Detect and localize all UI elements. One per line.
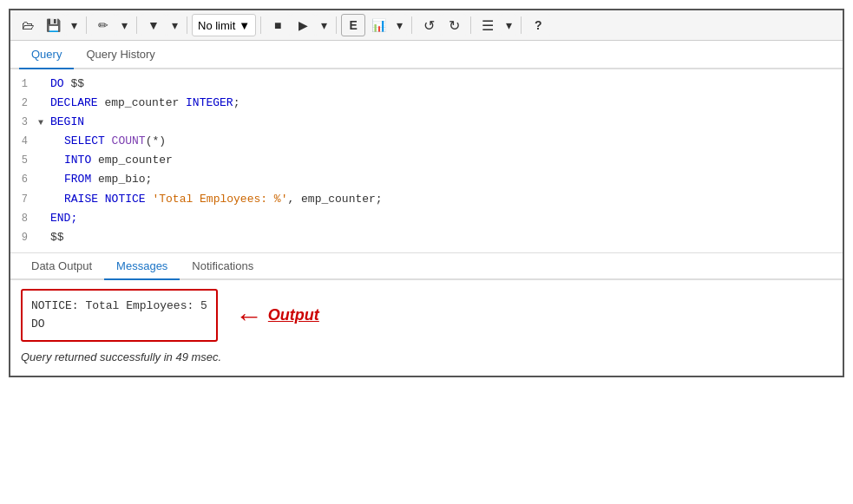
rollback-button[interactable]: ↺ <box>417 14 441 36</box>
code-line-4: 4 SELECT COUNT(*) <box>10 132 843 151</box>
line-num-1: 1 <box>14 75 38 93</box>
output-tabs-bar: Data Output Messages Notifications <box>10 253 843 280</box>
line-num-2: 2 <box>14 95 38 112</box>
output-row: NOTICE: Total Employees: 5 DO ← Output <box>21 289 832 343</box>
file-tools: 🗁 💾 ▾ <box>16 14 82 36</box>
explain-tools: E 📊 ▾ <box>341 14 407 36</box>
macro-tools: ☰ ▾ <box>476 14 516 36</box>
edit-button[interactable]: ✏ <box>91 14 115 36</box>
line-num-3: 3 <box>14 114 38 131</box>
code-line-1: 1 DO $$ <box>10 75 843 94</box>
code-line-5: 5 INTO emp_counter <box>10 151 843 170</box>
line-num-4: 4 <box>14 133 38 150</box>
do-line: DO <box>31 316 207 334</box>
app-container: 🗁 💾 ▾ ✏ ▾ ▼ ▾ No limit ▼ ■ ▶ ▾ E 📊 ▾ <box>9 9 844 377</box>
output-arrow: ← <box>235 302 263 330</box>
divider-5 <box>336 16 337 34</box>
notice-line: NOTICE: Total Employees: 5 <box>31 298 207 316</box>
help-button[interactable]: ? <box>526 14 550 36</box>
line-num-7: 7 <box>14 191 38 208</box>
run-dropdown-button[interactable]: ▾ <box>316 14 331 36</box>
filter-button[interactable]: ▼ <box>141 14 166 36</box>
run-tools: ■ ▶ ▾ <box>266 14 331 36</box>
limit-label: No limit <box>198 19 235 32</box>
line-num-8: 8 <box>14 210 38 227</box>
line-content-9: $$ <box>50 228 839 247</box>
line-content-3: BEGIN <box>50 113 839 132</box>
divider-1 <box>86 16 87 34</box>
filter-tools: ▼ ▾ <box>141 14 182 36</box>
tab-query[interactable]: Query <box>19 41 74 69</box>
code-line-9: 9 $$ <box>10 228 843 247</box>
edit-tools: ✏ ▾ <box>91 14 132 36</box>
code-line-3: 3 ▼ BEGIN <box>10 113 843 132</box>
tab-data-output[interactable]: Data Output <box>19 253 104 280</box>
line-content-6: FROM emp_bio; <box>50 170 839 189</box>
transaction-tools: ↺ ↻ <box>417 14 466 36</box>
line-arrow-3: ▼ <box>38 115 50 130</box>
macro-dropdown-button[interactable]: ▾ <box>501 14 516 36</box>
code-editor[interactable]: 1 DO $$ 2 DECLARE emp_counter INTEGER; 3… <box>10 69 843 253</box>
line-num-9: 9 <box>14 229 38 246</box>
code-line-8: 8 END; <box>10 209 843 228</box>
line-content-1: DO $$ <box>50 75 839 94</box>
explain-button[interactable]: E <box>341 14 365 36</box>
limit-arrow: ▼ <box>239 19 250 32</box>
output-label: Output <box>268 306 319 324</box>
line-content-4: SELECT COUNT(*) <box>50 132 839 151</box>
commit-button[interactable]: ↻ <box>442 14 466 36</box>
query-tabs-bar: Query Query History <box>10 41 843 69</box>
line-content-5: INTO emp_counter <box>50 151 839 170</box>
stop-button[interactable]: ■ <box>266 14 290 36</box>
save-dropdown-button[interactable]: ▾ <box>66 14 82 36</box>
code-line-7: 7 RAISE NOTICE 'Total Employees: %', emp… <box>10 190 843 209</box>
line-content-2: DECLARE emp_counter INTEGER; <box>50 94 839 113</box>
code-line-2: 2 DECLARE emp_counter INTEGER; <box>10 94 843 113</box>
save-button[interactable]: 💾 <box>41 14 65 36</box>
edit-dropdown-button[interactable]: ▾ <box>116 14 132 36</box>
output-box: NOTICE: Total Employees: 5 DO <box>21 289 218 343</box>
arrow-label-container: ← Output <box>235 302 319 330</box>
tab-notifications[interactable]: Notifications <box>180 253 266 280</box>
toolbar: 🗁 💾 ▾ ✏ ▾ ▼ ▾ No limit ▼ ■ ▶ ▾ E 📊 ▾ <box>10 10 843 41</box>
macro-button[interactable]: ☰ <box>476 14 500 36</box>
divider-6 <box>411 16 412 34</box>
open-file-button[interactable]: 🗁 <box>16 14 40 36</box>
divider-2 <box>136 16 137 34</box>
divider-8 <box>521 16 522 34</box>
divider-3 <box>187 16 187 34</box>
tab-query-history[interactable]: Query History <box>74 41 167 69</box>
limit-dropdown[interactable]: No limit ▼ <box>192 14 256 36</box>
line-num-6: 6 <box>14 171 38 188</box>
code-line-6: 6 FROM emp_bio; <box>10 170 843 189</box>
status-text: Query returned successfully in 49 msec. <box>21 347 832 367</box>
line-content-8: END; <box>50 209 839 228</box>
run-button[interactable]: ▶ <box>291 14 315 36</box>
output-panel: NOTICE: Total Employees: 5 DO ← Output Q… <box>10 280 843 376</box>
filter-dropdown-button[interactable]: ▾ <box>167 14 182 36</box>
divider-7 <box>470 16 471 34</box>
line-num-5: 5 <box>14 152 38 169</box>
line-content-7: RAISE NOTICE 'Total Employees: %', emp_c… <box>50 190 839 209</box>
chart-button[interactable]: 📊 <box>366 14 390 36</box>
divider-4 <box>260 16 261 34</box>
explain-dropdown-button[interactable]: ▾ <box>391 14 407 36</box>
tab-messages[interactable]: Messages <box>104 253 180 280</box>
